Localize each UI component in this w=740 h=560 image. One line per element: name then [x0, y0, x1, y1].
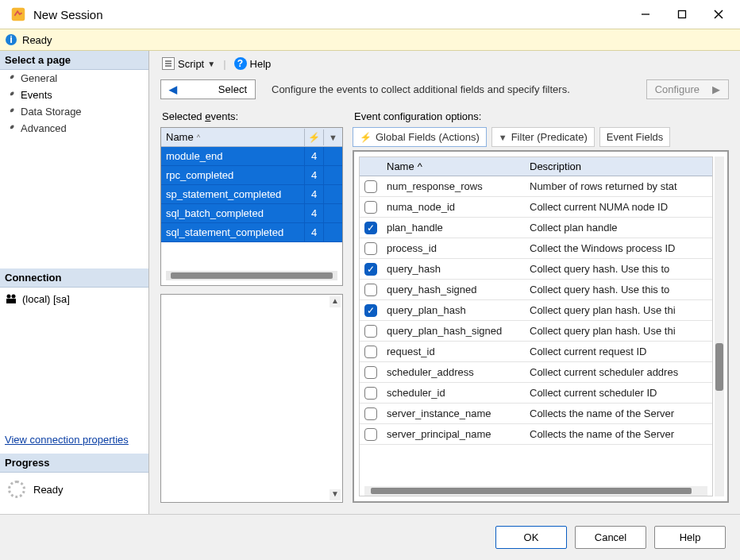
- checkbox[interactable]: [364, 284, 377, 296]
- tab-global-fields-actions-[interactable]: ⚡Global Fields (Actions): [353, 127, 487, 147]
- field-name: plan_handle: [382, 222, 525, 234]
- event-filter-cell: [323, 166, 342, 184]
- help-button[interactable]: ? Help: [231, 56, 275, 71]
- config-row[interactable]: process_idCollect the Windows process ID: [360, 238, 712, 259]
- field-name: request_id: [382, 346, 525, 357]
- event-row[interactable]: rpc_completed4: [161, 166, 342, 185]
- config-desc-header[interactable]: Description: [525, 157, 712, 176]
- wizard-select-button[interactable]: ◀ Select: [160, 79, 256, 99]
- minimize-button[interactable]: [627, 0, 664, 29]
- config-name-header[interactable]: Name ^: [382, 157, 525, 176]
- config-row[interactable]: num_response_rowsNumber of rows returned…: [360, 176, 712, 197]
- svg-rect-2: [679, 11, 686, 18]
- page-item-label: Events: [21, 89, 52, 101]
- checkbox[interactable]: [364, 304, 377, 317]
- field-description: Collect current request ID: [525, 346, 712, 357]
- maximize-button[interactable]: [664, 0, 700, 29]
- titlebar: New Session: [0, 0, 740, 29]
- config-row[interactable]: numa_node_idCollect current NUMA node ID: [360, 197, 712, 218]
- page-item-data-storage[interactable]: Data Storage: [0, 103, 148, 120]
- selected-events-grid[interactable]: Name ^ ⚡ ▼ module_end4rpc_completed4sp_s…: [160, 127, 343, 286]
- events-name-header[interactable]: Name ^: [161, 128, 304, 146]
- config-row[interactable]: scheduler_idCollect current scheduler ID: [360, 383, 712, 404]
- config-row[interactable]: server_instance_nameCollects the name of…: [360, 404, 712, 424]
- events-filter-header[interactable]: ▼: [323, 129, 342, 145]
- checkbox[interactable]: [364, 428, 377, 441]
- config-row[interactable]: server_principal_nameCollects the name o…: [360, 424, 712, 445]
- field-name: scheduler_address: [382, 366, 525, 378]
- scroll-up-button[interactable]: ▲: [330, 296, 341, 307]
- progress-text: Ready: [33, 484, 64, 496]
- wrench-icon: [5, 73, 16, 84]
- wizard-configure-button[interactable]: Configure ▶: [646, 79, 729, 99]
- config-header-row: Name ^ Description: [360, 157, 712, 176]
- connection-value: (local) [sa]: [5, 292, 144, 305]
- page-item-general[interactable]: General: [0, 70, 148, 87]
- checkbox[interactable]: [364, 346, 377, 358]
- config-row[interactable]: query_hashCollect query hash. Use this t…: [360, 259, 712, 280]
- event-row[interactable]: sql_statement_completed4: [161, 223, 342, 242]
- event-config-title: Event configuration options:: [353, 107, 729, 127]
- field-name: server_principal_name: [382, 428, 525, 440]
- info-icon: i: [5, 33, 17, 46]
- description-box[interactable]: ▲ ▼: [160, 294, 343, 503]
- event-config-panel: Event configuration options: ⚡Global Fie…: [353, 107, 729, 503]
- scroll-down-button[interactable]: ▼: [330, 489, 341, 500]
- view-connection-properties-link[interactable]: View connection properties: [0, 429, 148, 454]
- wrench-icon: [5, 106, 16, 118]
- help-icon: ?: [234, 57, 247, 70]
- event-count: 4: [304, 223, 323, 241]
- event-name: rpc_completed: [161, 166, 304, 184]
- page-item-label: Advanced: [21, 122, 67, 134]
- tab-label: Global Fields (Actions): [376, 131, 480, 143]
- script-button[interactable]: Script ▼: [159, 56, 218, 71]
- event-count: 4: [304, 185, 323, 203]
- config-v-scrollbar[interactable]: [715, 156, 724, 496]
- ok-button[interactable]: OK: [495, 526, 567, 549]
- event-row[interactable]: sql_batch_completed4: [161, 204, 342, 223]
- config-row[interactable]: plan_handleCollect plan handle: [360, 218, 712, 238]
- wizard-configure-label: Configure: [655, 83, 700, 95]
- tab-label: Event Fields: [607, 131, 664, 143]
- event-row[interactable]: sp_statement_completed4: [161, 185, 342, 204]
- config-row[interactable]: request_idCollect current request ID: [360, 342, 712, 362]
- checkbox[interactable]: [364, 407, 377, 420]
- config-row[interactable]: query_hash_signedCollect query hash. Use…: [360, 280, 712, 300]
- close-button[interactable]: [700, 0, 737, 29]
- config-row[interactable]: query_plan_hash_signedCollect query plan…: [360, 321, 712, 342]
- event-filter-cell: [323, 204, 342, 222]
- select-page-header: Select a page: [0, 51, 148, 70]
- config-row[interactable]: query_plan_hashCollect query plan hash. …: [360, 300, 712, 321]
- checkbox[interactable]: [364, 387, 377, 400]
- checkbox[interactable]: [364, 180, 377, 193]
- script-label: Script: [178, 58, 204, 70]
- infobar: i Ready: [0, 29, 740, 51]
- window-title: New Session: [33, 8, 103, 21]
- checkbox[interactable]: [364, 201, 377, 214]
- config-h-scrollbar[interactable]: [364, 486, 707, 496]
- pages-list: GeneralEventsData StorageAdvanced: [0, 70, 148, 137]
- checkbox[interactable]: [364, 325, 377, 338]
- page-item-advanced[interactable]: Advanced: [0, 120, 148, 137]
- arrow-right-icon: ▶: [712, 83, 720, 95]
- help-button-footer[interactable]: Help: [654, 526, 726, 549]
- events-bolt-header[interactable]: ⚡: [304, 129, 323, 146]
- svg-point-8: [12, 295, 16, 299]
- event-count: 4: [304, 166, 323, 184]
- connection-header: Connection: [0, 268, 148, 288]
- sort-asc-icon: ^: [197, 133, 200, 141]
- cancel-button[interactable]: Cancel: [575, 526, 646, 549]
- events-h-scrollbar[interactable]: [166, 271, 337, 280]
- checkbox[interactable]: [364, 222, 377, 234]
- tab-filter-predicate-[interactable]: ▼Filter (Predicate): [491, 127, 595, 147]
- checkbox[interactable]: [364, 263, 377, 276]
- wizard-select-label: Select: [218, 83, 247, 95]
- page-item-events[interactable]: Events: [0, 87, 148, 103]
- field-description: Collects the name of the Server: [525, 407, 712, 419]
- event-row[interactable]: module_end4: [161, 147, 342, 166]
- config-row[interactable]: scheduler_addressCollect current schedul…: [360, 362, 712, 383]
- checkbox[interactable]: [364, 242, 377, 255]
- tab-event-fields[interactable]: Event Fields: [599, 127, 671, 147]
- checkbox[interactable]: [364, 366, 377, 379]
- page-item-label: General: [21, 72, 57, 84]
